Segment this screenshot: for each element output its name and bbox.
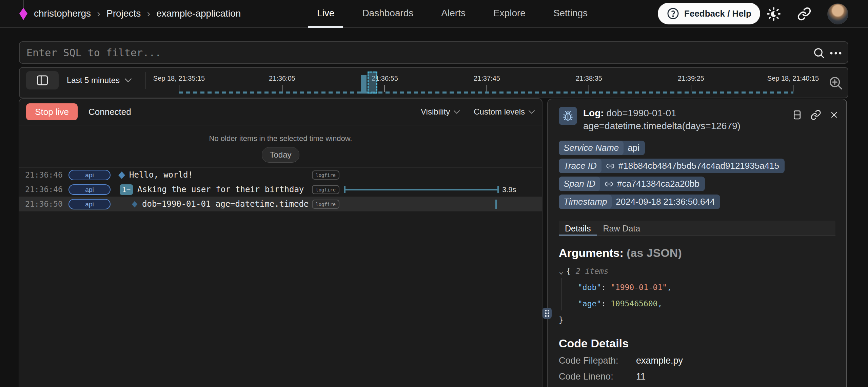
log-row-dob-selected[interactable]: 21:36:50 api dob=1990-01-01 age=datetime… (19, 197, 542, 211)
link-icon (604, 179, 614, 189)
timeline-zoom-in-icon[interactable] (828, 75, 844, 91)
sidebar-toggle-button[interactable] (26, 71, 59, 89)
log-message: Hello, world! (129, 168, 193, 182)
trace-id-label: Trace ID (559, 159, 601, 173)
json-comma: , (667, 283, 672, 292)
json-line-close: } (559, 312, 835, 328)
json-close-brace: } (559, 315, 564, 324)
visibility-label: Visibility (421, 107, 450, 117)
code-details-section: Code Details Code Filepath: example.py C… (559, 337, 835, 382)
user-avatar[interactable] (827, 3, 848, 24)
log-rows: 21:36:46 api Hello, world! logfire 21:36… (19, 167, 542, 211)
detail-tabbar: Details Raw Data (559, 221, 835, 236)
log-row-asking-birthday[interactable]: 21:36:46 api 1− Asking the user for thei… (19, 182, 542, 197)
trace-id-badge[interactable]: Trace ID #18b84cb4847b5d574c4ad9121935a4… (559, 159, 785, 173)
detail-header-icons (792, 107, 839, 133)
sql-filter-input[interactable] (20, 42, 848, 63)
span-id-label: Span ID (559, 177, 600, 191)
breadcrumb-org[interactable]: christophergs (34, 8, 91, 19)
breadcrumb-separator: › (146, 8, 151, 19)
scope-tag[interactable]: logfire (312, 170, 339, 180)
detail-title-label: Log: (583, 108, 604, 118)
timeline-tick-label: 21:38:35 (576, 75, 602, 82)
logfire-live-page: { "colors": { "brand_magenta":"#e23ae2",… (0, 0, 868, 387)
timeline-tick (384, 85, 385, 92)
tab-dashboards[interactable]: Dashboards (353, 0, 422, 28)
code-lineno-value: 11 (636, 371, 646, 382)
time-range-select[interactable]: Last 5 minutes (67, 68, 132, 93)
timeline-bar: Last 5 minutes Sep 18, 21:35:15 21:36:05… (19, 67, 848, 98)
stop-live-button[interactable]: Stop live (26, 103, 78, 120)
today-button[interactable]: Today (262, 147, 299, 163)
json-line-dob: "dob": "1990-01-01", (559, 279, 835, 296)
collapse-caret-icon[interactable]: ⌄ (559, 267, 564, 276)
arguments-heading-suffix: (as JSON) (624, 246, 682, 259)
json-colon: : (601, 283, 611, 292)
main-nav-tabs: Live Dashboards Alerts Explore Settings (308, 0, 596, 28)
breadcrumb-projects[interactable]: Projects (106, 8, 141, 19)
detail-title: Log: dob=1990-01-01 age=datetime.timedel… (583, 107, 773, 133)
scope-tag[interactable]: logfire (312, 200, 339, 209)
service-tag-pill[interactable]: api (68, 184, 111, 195)
json-key-dob: "dob" (578, 283, 601, 292)
json-line-open[interactable]: ⌄{2 items (559, 263, 835, 279)
arguments-heading: Arguments: (as JSON) (559, 246, 835, 260)
log-row-hello-world[interactable]: 21:36:46 api Hello, world! logfire (19, 168, 542, 182)
code-lineno-row: Code Lineno: 11 (559, 371, 835, 382)
json-indent-guide (561, 278, 562, 310)
json-key-age: "age" (578, 299, 601, 308)
timeline-tick (282, 85, 282, 92)
log-timestamp: 21:36:46 (25, 182, 63, 197)
copy-link-icon[interactable] (810, 109, 821, 133)
timestamp-label: Timestamp (559, 195, 612, 209)
collapse-children-badge[interactable]: 1− (120, 184, 133, 195)
tab-settings[interactable]: Settings (545, 0, 596, 28)
log-timestamp: 21:36:46 (25, 168, 63, 182)
json-value-dob: "1990-01-01" (611, 283, 667, 292)
timestamp-badge[interactable]: Timestamp 2024-09-18 21:36:50.644 (559, 195, 720, 209)
timeline-tick (487, 85, 487, 92)
breadcrumb-project-name[interactable]: example-application (156, 8, 241, 19)
timestamp-value: 2024-09-18 21:36:50.644 (616, 197, 715, 207)
timeline-selected-range-bar[interactable] (368, 72, 377, 94)
timeline-tick-label: 21:36:05 (269, 75, 295, 82)
timeline-tick (793, 85, 793, 92)
service-name-badge[interactable]: Service Name api (559, 141, 645, 155)
timeline-baseline (179, 91, 793, 94)
span-duration-bar (344, 182, 499, 197)
json-colon: : (601, 299, 611, 308)
custom-levels-dropdown[interactable]: Custom levels (474, 107, 535, 117)
tab-raw-data[interactable]: Raw Data (597, 221, 646, 236)
logfire-logo-icon[interactable] (19, 7, 28, 20)
log-diamond-icon (118, 171, 126, 179)
theme-toggle-icon[interactable] (766, 6, 782, 22)
arguments-heading-main: Arguments: (559, 246, 624, 259)
code-filepath-row: Code Filepath: example.py (559, 355, 835, 366)
tab-explore[interactable]: Explore (485, 0, 534, 28)
scope-tag[interactable]: logfire (312, 185, 339, 194)
log-timestamp: 21:36:50 (25, 197, 63, 211)
feedback-help-button[interactable]: Feedback / Help (658, 3, 760, 24)
split-panel-icon[interactable] (792, 109, 802, 133)
timeline-activity-bar[interactable] (361, 75, 367, 94)
share-link-icon[interactable] (796, 6, 812, 22)
arguments-json-viewer: ⌄{2 items "dob": "1990-01-01", "age": 10… (559, 263, 835, 328)
search-icon[interactable] (812, 46, 826, 60)
service-name-label: Service Name (559, 141, 624, 155)
chevron-down-icon (124, 78, 132, 83)
json-value-age: 1095465600 (611, 299, 657, 308)
live-panel-header: Stop live Connected Visibility Custom le… (19, 99, 542, 125)
timeline-tick (691, 85, 691, 92)
tab-alerts[interactable]: Alerts (432, 0, 474, 28)
panel-resize-handle[interactable] (542, 308, 552, 319)
timeline-divider (145, 72, 146, 89)
filter-more-menu-icon[interactable] (829, 46, 844, 60)
span-id-badge[interactable]: Span ID #ca741384ca2a20bb (559, 177, 705, 191)
close-icon[interactable] (829, 109, 839, 133)
visibility-dropdown[interactable]: Visibility (421, 107, 460, 117)
service-tag-pill[interactable]: api (68, 170, 111, 180)
log-detail-panel: Log: dob=1990-01-01 age=datetime.timedel… (547, 99, 847, 387)
service-tag-pill[interactable]: api (68, 199, 111, 209)
tab-live[interactable]: Live (308, 0, 343, 28)
tab-details[interactable]: Details (559, 221, 597, 236)
